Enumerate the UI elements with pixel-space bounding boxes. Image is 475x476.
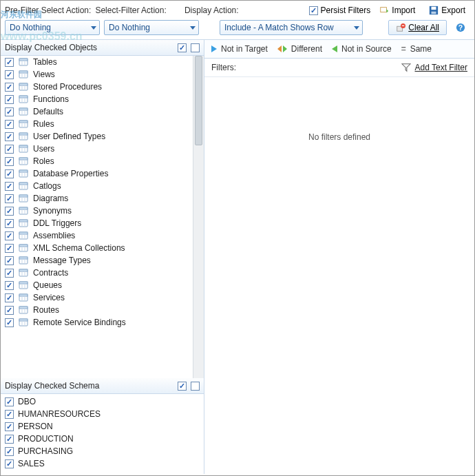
checkbox-icon[interactable]: [5, 447, 14, 456]
schema-row[interactable]: PRODUCTION: [1, 433, 204, 445]
object-row[interactable]: Rules: [1, 118, 193, 130]
checkbox-icon[interactable]: [5, 256, 14, 265]
object-row[interactable]: Services: [1, 291, 193, 304]
object-row[interactable]: DDL Triggers: [1, 217, 193, 229]
different-toggle[interactable]: Different: [277, 44, 322, 54]
checkbox-icon[interactable]: [5, 157, 14, 166]
objects-uncheck-all[interactable]: [191, 43, 200, 52]
pre-filter-label: Pre-Filter Select Action:: [5, 6, 91, 15]
checkbox-icon[interactable]: [5, 132, 14, 141]
checkbox-icon[interactable]: [5, 397, 14, 406]
same-toggle[interactable]: = Same: [401, 44, 432, 54]
checkbox-icon[interactable]: [5, 219, 14, 228]
checkbox-icon[interactable]: [5, 410, 14, 419]
schema-uncheck-all[interactable]: [191, 382, 200, 391]
checkbox-icon[interactable]: [5, 120, 14, 129]
checkbox-icon[interactable]: [5, 107, 14, 116]
checkbox-icon[interactable]: [5, 58, 14, 67]
checkbox-icon[interactable]: [5, 459, 14, 468]
svg-rect-69: [19, 245, 28, 247]
objects-check-all[interactable]: [178, 43, 187, 52]
svg-rect-13: [19, 71, 28, 73]
object-row[interactable]: Contracts: [1, 267, 193, 279]
clear-all-button[interactable]: Clear All: [388, 20, 447, 35]
checkbox-icon[interactable]: [5, 281, 14, 290]
svg-rect-17: [19, 83, 28, 85]
checkbox-icon[interactable]: [5, 422, 14, 431]
object-row[interactable]: Views: [1, 68, 193, 81]
export-button[interactable]: Export: [424, 3, 470, 17]
object-label: Diagrams: [33, 194, 68, 203]
checkbox-icon[interactable]: [5, 293, 14, 302]
import-button[interactable]: Import: [374, 3, 420, 17]
db-object-icon: [18, 280, 29, 291]
object-row[interactable]: Stored Procedures: [1, 81, 193, 93]
object-row[interactable]: Message Types: [1, 254, 193, 267]
object-row[interactable]: Catlogs: [1, 180, 193, 192]
schema-check-all[interactable]: [178, 382, 187, 391]
object-row[interactable]: Diagrams: [1, 192, 193, 205]
schema-label: PERSON: [18, 422, 53, 431]
object-row[interactable]: Tables: [1, 56, 193, 68]
checkbox-icon[interactable]: [5, 318, 14, 327]
db-object-icon: [18, 180, 29, 192]
checkbox-icon[interactable]: [5, 244, 14, 253]
object-row[interactable]: Roles: [1, 155, 193, 167]
checkbox-icon[interactable]: [5, 95, 14, 104]
object-label: Catlogs: [33, 181, 61, 191]
display-action-combo[interactable]: Include - A Match Shows Row: [220, 20, 363, 35]
object-label: DDL Triggers: [33, 218, 81, 228]
svg-rect-49: [19, 183, 28, 185]
pre-filter-combo[interactable]: Do Nothing: [5, 20, 100, 35]
schema-row[interactable]: HUMANRESOURCES: [1, 408, 204, 420]
object-label: Contracts: [33, 268, 68, 278]
object-row[interactable]: Queues: [1, 279, 193, 291]
object-row[interactable]: XML Schema Collections: [1, 242, 193, 254]
object-label: Functions: [33, 94, 69, 104]
checkbox-icon[interactable]: [5, 145, 14, 154]
not-in-source-toggle[interactable]: Not in Source: [332, 44, 392, 54]
equals-icon: =: [401, 44, 406, 54]
db-object-icon: [18, 218, 29, 229]
svg-rect-33: [19, 133, 28, 135]
add-text-filter-link[interactable]: Add Text Filter: [415, 63, 467, 72]
persist-filters-checkbox[interactable]: Persist Filters: [309, 6, 371, 15]
schema-row[interactable]: SALES: [1, 457, 204, 470]
checkbox-icon[interactable]: [5, 169, 14, 178]
checkbox-icon[interactable]: [5, 83, 14, 92]
schema-row[interactable]: DBO: [1, 395, 204, 408]
object-row[interactable]: Functions: [1, 93, 193, 105]
schema-label: PURCHASING: [18, 446, 73, 456]
checkbox-icon[interactable]: [5, 182, 14, 191]
object-label: Message Types: [33, 256, 91, 265]
import-icon: [379, 6, 389, 15]
db-object-icon: [18, 143, 29, 154]
help-button[interactable]: ?: [451, 21, 470, 34]
select-filter-combo[interactable]: Do Nothing: [104, 20, 199, 35]
object-row[interactable]: Assemblies: [1, 229, 193, 242]
checkbox-icon[interactable]: [5, 70, 14, 79]
checkbox-icon[interactable]: [5, 306, 14, 315]
db-object-icon: [18, 94, 29, 105]
object-row[interactable]: User Defined Types: [1, 130, 193, 143]
schema-row[interactable]: PURCHASING: [1, 445, 204, 457]
checkbox-icon[interactable]: [5, 231, 14, 240]
schema-row[interactable]: PERSON: [1, 420, 204, 433]
object-label: Tables: [33, 57, 57, 67]
checkbox-icon[interactable]: [5, 194, 14, 203]
checkbox-icon: [309, 6, 318, 15]
object-row[interactable]: Users: [1, 143, 193, 155]
object-row[interactable]: Remote Service Bindings: [1, 316, 193, 329]
object-row[interactable]: Database Properties: [1, 167, 193, 180]
object-row[interactable]: Defaults: [1, 105, 193, 118]
object-row[interactable]: Synonyms: [1, 205, 193, 217]
checkbox-icon[interactable]: [5, 435, 14, 444]
checkbox-icon[interactable]: [5, 269, 14, 278]
db-object-icon: [18, 193, 29, 204]
svg-rect-9: [19, 59, 28, 61]
funnel-icon: [401, 63, 411, 72]
checkbox-icon[interactable]: [5, 207, 14, 216]
not-in-target-toggle[interactable]: Not in Target: [211, 44, 268, 54]
objects-scrollbar[interactable]: [193, 56, 204, 378]
object-row[interactable]: Routes: [1, 304, 193, 316]
